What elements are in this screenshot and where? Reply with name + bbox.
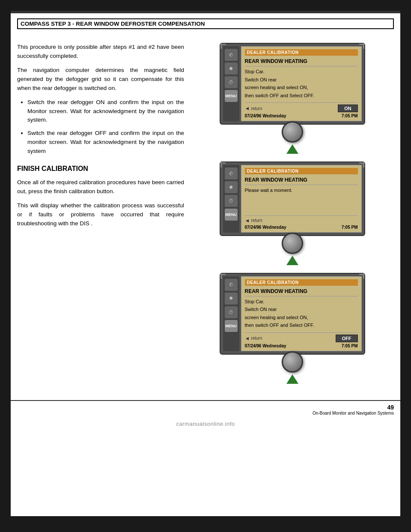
return-btn-3[interactable]: ◄ return: [245, 335, 262, 341]
screen-line-1-1: Stop Car.: [245, 68, 358, 75]
dealer-cal-header-3: DEALER CALIBRATION: [245, 279, 358, 286]
knob-area-3: [282, 351, 303, 373]
nav-device-2-body: ✆ ✱ ⏱ MENU DEALER CALIBRATION REAR WINDO…: [220, 161, 365, 236]
bottom-bar-2: ◄ return: [245, 215, 358, 224]
date-bar-3: 07/24/96 Wednesday 7:05 PM: [245, 344, 358, 348]
screen-line-1-4: then switch OFF and Select OFF.: [245, 92, 358, 99]
knob-area-2: [282, 233, 303, 254]
fan-btn-3[interactable]: ✱: [225, 293, 238, 305]
screen-line-1-2: Switch ON rear: [245, 76, 358, 84]
corner-tr-2: [359, 162, 364, 167]
screen-line-1-3: screen heating and select ON,: [245, 84, 358, 91]
bullet-item-1: Switch the rear defogger ON and confirm …: [27, 98, 184, 125]
menu-btn-2[interactable]: MENU: [225, 209, 238, 221]
footer-line: [11, 400, 400, 401]
paragraph-4: This will display whether the calibratio…: [17, 201, 184, 228]
arrow-up-2: [286, 256, 298, 265]
footer-right: 49 On-Board Monitor and Navigation Syste…: [313, 404, 394, 415]
bottom-bar-3: ◄ return OFF: [245, 332, 358, 342]
return-label-1: return: [251, 106, 262, 111]
paragraph-3: Once all of the required calibration pro…: [17, 178, 184, 196]
screen-date-1: 07/24/96 Wednesday: [245, 114, 286, 118]
arrow-up-1: [286, 144, 298, 154]
spacer-2: [245, 195, 358, 212]
screen-title-3: REAR WINDOW HEATING: [245, 288, 358, 294]
clock-btn-2[interactable]: ⏱: [225, 195, 238, 207]
watermark: carmanualsonline.info: [11, 418, 400, 429]
screen-line-3-1: Stop Car.: [245, 298, 358, 305]
nav-device-2: ✆ ✱ ⏱ MENU DEALER CALIBRATION REAR WINDO…: [220, 161, 365, 265]
device-2-inner: ✆ ✱ ⏱ MENU DEALER CALIBRATION REAR WINDO…: [223, 165, 362, 233]
nav-device-3-body: ✆ ✱ ⏱ MENU DEALER CALIBRATION REAR WINDO…: [220, 273, 365, 355]
clock-btn-1[interactable]: ⏱: [225, 76, 238, 88]
content-area: This procedure is only possible after st…: [11, 34, 400, 392]
nav-sidebar-2: ✆ ✱ ⏱ MENU: [223, 165, 239, 233]
footer-text: On-Board Monitor and Navigation Systems: [313, 411, 394, 415]
finish-heading: FINISH CALIBRATION: [17, 164, 184, 174]
knob-2[interactable]: [282, 233, 303, 254]
screen-line-2-1: Please wait a moment.: [245, 187, 358, 194]
fan-btn-2[interactable]: ✱: [225, 181, 238, 193]
phone-btn-3[interactable]: ✆: [225, 279, 238, 291]
section-title: COMPASS STEP 3 - REAR WINDOW DEFROSTER C…: [17, 18, 394, 29]
page-number: 49: [313, 404, 394, 411]
date-bar-1: 07/24/96 Wednesday 7:05 PM: [245, 114, 358, 118]
screen-time-2: 7:05 PM: [342, 225, 358, 230]
screen-time-1: 7:05 PM: [342, 114, 358, 118]
knob-3[interactable]: [282, 351, 303, 373]
return-label-2: return: [251, 218, 262, 223]
knob-area-1: [282, 121, 303, 143]
right-column: ✆ ✱ ⏱ MENU DEALER CALIBRATION REAR WINDO…: [191, 43, 394, 387]
nav-device-3: ✆ ✱ ⏱ MENU DEALER CALIBRATION REAR WINDO…: [220, 273, 365, 384]
nav-screen-3: DEALER CALIBRATION REAR WINDOW HEATING S…: [241, 276, 362, 351]
off-btn-3[interactable]: OFF: [336, 335, 358, 342]
screen-title-2: REAR WINDOW HEATING: [245, 177, 358, 183]
nav-sidebar-3: ✆ ✱ ⏱ MENU: [223, 276, 239, 351]
bullet-item-2: Switch the rear defogger OFF and confirm…: [27, 129, 184, 156]
footer-area: 49 On-Board Monitor and Navigation Syste…: [11, 402, 400, 418]
phone-btn-2[interactable]: ✆: [225, 167, 238, 179]
paragraph-1: This procedure is only possible after st…: [17, 43, 184, 61]
screen-line-3-3: screen heating and select ON,: [245, 314, 358, 321]
dealer-cal-header-2: DEALER CALIBRATION: [245, 168, 358, 174]
clock-btn-3[interactable]: ⏱: [225, 306, 238, 318]
menu-btn-3[interactable]: MENU: [225, 320, 238, 332]
on-btn-1[interactable]: ON: [338, 105, 358, 112]
nav-screen-1: DEALER CALIBRATION REAR WINDOW HEATING S…: [241, 46, 362, 121]
screen-date-2: 07/24/96 Wednesday: [245, 225, 286, 230]
nav-sidebar-1: ✆ ✱ ⏱ MENU: [223, 46, 239, 121]
nav-screen-2: DEALER CALIBRATION REAR WINDOW HEATING P…: [241, 165, 362, 233]
nav-device-1-body: ✆ ✱ ⏱ MENU DEALER CALIBRATION REAR WINDO…: [220, 43, 365, 125]
corner-tl-3: [220, 274, 226, 279]
arrow-up-3: [286, 374, 298, 384]
device-1-inner: ✆ ✱ ⏱ MENU DEALER CALIBRATION REAR WINDO…: [223, 46, 362, 121]
menu-btn-1[interactable]: MENU: [225, 90, 238, 102]
return-btn-1[interactable]: ◄ return: [245, 105, 262, 111]
return-arrow-1: ◄: [245, 105, 250, 111]
phone-btn-1[interactable]: ✆: [225, 49, 238, 61]
nav-device-1: ✆ ✱ ⏱ MENU DEALER CALIBRATION REAR WINDO…: [220, 43, 365, 154]
corner-tr-3: [359, 274, 364, 279]
screen-time-3: 7:05 PM: [342, 344, 358, 348]
return-arrow-3: ◄: [245, 335, 250, 341]
bullet-list: Switch the rear defogger ON and confirm …: [21, 98, 184, 156]
return-label-3: return: [251, 336, 262, 341]
divider-2: [245, 185, 358, 185]
knob-1[interactable]: [282, 121, 303, 143]
left-column: This procedure is only possible after st…: [17, 43, 184, 387]
fan-btn-1[interactable]: ✱: [225, 63, 238, 75]
screen-title-1: REAR WINDOW HEATING: [245, 58, 358, 64]
divider-3: [245, 296, 358, 296]
screen-date-3: 07/24/96 Wednesday: [245, 344, 286, 348]
date-bar-2: 07/24/96 Wednesday 7:05 PM: [245, 225, 358, 230]
paragraph-2: The navigation computer determines the m…: [17, 66, 184, 93]
footer-section: 49 On-Board Monitor and Navigation Syste…: [11, 400, 400, 429]
corner-tr-1: [359, 44, 364, 49]
page: COMPASS STEP 3 - REAR WINDOW DEFROSTER C…: [11, 11, 400, 516]
return-btn-2[interactable]: ◄ return: [245, 218, 262, 224]
return-arrow-2: ◄: [245, 218, 250, 224]
divider-1: [245, 66, 358, 66]
corner-tl-1: [220, 44, 226, 49]
screen-line-3-4: then switch OFF and Select OFF.: [245, 322, 358, 329]
corner-tl-2: [220, 162, 226, 167]
